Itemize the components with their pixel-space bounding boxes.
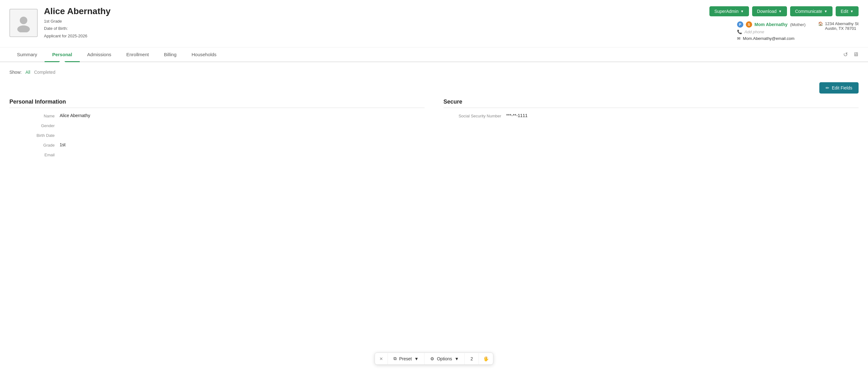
address-line2: Austin, TX 78701 (825, 26, 859, 31)
field-name-row: Name Alice Abernathy (9, 113, 425, 118)
tab-billing[interactable]: Billing (156, 47, 184, 62)
email-value: Mom.Abernathy@email.com (743, 36, 795, 41)
edit-fields-row: ✏ Edit Fields (9, 82, 859, 94)
student-details: Alice Abernathy 1st Grade Date of Birth:… (44, 6, 111, 39)
svg-point-1 (17, 26, 30, 32)
field-value-name: Alice Abernathy (60, 113, 90, 118)
student-name: Alice Abernathy (44, 6, 111, 16)
student-info-section: Alice Abernathy 1st Grade Date of Birth:… (9, 6, 111, 39)
personal-info-section: Personal Information Name Alice Abernath… (9, 99, 425, 162)
edit-fields-label: Edit Fields (832, 86, 852, 91)
field-label-name: Name (9, 113, 60, 118)
tab-personal[interactable]: Personal (44, 47, 80, 62)
phone-row: 📞 Add phone (737, 30, 806, 34)
contact-left: P S Mom Abernathy (Mother) 📞 Add phone ✉… (737, 21, 806, 41)
address-line1: 1234 Abernathy St (825, 21, 859, 26)
field-value-grade: 1st (60, 142, 66, 147)
add-phone-link[interactable]: Add phone (745, 30, 764, 34)
pencil-icon: ✏ (826, 86, 829, 91)
address-icon: 🏠 (818, 21, 823, 26)
email-row: ✉ Mom.Abernathy@email.com (737, 36, 806, 41)
tab-summary[interactable]: Summary (9, 47, 44, 62)
sections-row: Personal Information Name Alice Abernath… (9, 99, 859, 162)
phone-icon: 📞 (737, 30, 742, 34)
filter-all[interactable]: All (25, 70, 30, 75)
history-icon[interactable]: ↺ (843, 51, 848, 58)
edit-fields-button[interactable]: ✏ Edit Fields (819, 82, 859, 94)
mom-name-link[interactable]: Mom Abernathy (755, 22, 787, 27)
chevron-down-icon: ▼ (741, 9, 744, 13)
navigation-tabs: Summary Personal Admissions Enrollment B… (0, 47, 868, 62)
communicate-button[interactable]: Communicate ▼ (790, 6, 833, 16)
field-grade-row: Grade 1st (9, 142, 425, 147)
tab-enrollment[interactable]: Enrollment (119, 47, 156, 62)
tabs-icon-group: ↺ 🖥 (843, 51, 859, 58)
secure-section: Secure Social Security Number ***-**-111… (443, 99, 859, 162)
field-ssn-row: Social Security Number ***-**-1111 (443, 113, 859, 118)
contact-name-row: P S Mom Abernathy (Mother) (737, 21, 806, 28)
chevron-down-icon: ▼ (778, 9, 782, 13)
svg-point-0 (20, 16, 27, 24)
filter-completed[interactable]: Completed (34, 70, 55, 75)
field-email-row: Email (9, 152, 425, 157)
address-section: 🏠 1234 Abernathy St Austin, TX 78701 (818, 21, 859, 31)
header-right: SuperAdmin ▼ Download ▼ Communicate ▼ Ed… (709, 6, 859, 41)
mom-role: (Mother) (790, 22, 806, 27)
field-label-email: Email (9, 152, 60, 157)
field-value-ssn: ***-**-1111 (506, 113, 528, 118)
show-label: Show: (9, 70, 22, 75)
chevron-down-icon: ▼ (824, 9, 828, 13)
secure-title: Secure (443, 99, 859, 108)
download-button[interactable]: Download ▼ (752, 6, 787, 16)
contact-info: P S Mom Abernathy (Mother) 📞 Add phone ✉… (737, 21, 859, 41)
page-header: Alice Abernathy 1st Grade Date of Birth:… (0, 0, 868, 47)
superadmin-button[interactable]: SuperAdmin ▼ (709, 6, 749, 16)
page-content: Show: All Completed ✏ Edit Fields Person… (0, 62, 868, 169)
personal-info-title: Personal Information (9, 99, 425, 108)
edit-button[interactable]: Edit ▼ (836, 6, 859, 16)
field-label-grade: Grade (9, 142, 60, 147)
field-gender-row: Gender (9, 123, 425, 128)
badge-p-icon: P (737, 21, 743, 28)
badge-s-icon: S (746, 21, 752, 28)
field-birthdate-row: Birth Date (9, 132, 425, 138)
monitor-icon[interactable]: 🖥 (853, 51, 859, 58)
student-avatar (9, 9, 38, 37)
field-label-birthdate: Birth Date (9, 132, 60, 138)
field-label-ssn: Social Security Number (443, 113, 506, 118)
field-label-gender: Gender (9, 123, 60, 128)
student-grade: 1st Grade Date of Birth: Applicant for 2… (44, 18, 111, 39)
tab-admissions[interactable]: Admissions (80, 47, 119, 62)
email-icon: ✉ (737, 36, 741, 41)
show-filter-row: Show: All Completed (9, 70, 859, 75)
header-actions: SuperAdmin ▼ Download ▼ Communicate ▼ Ed… (709, 6, 859, 16)
tab-households[interactable]: Households (184, 47, 224, 62)
chevron-down-icon: ▼ (850, 9, 854, 13)
